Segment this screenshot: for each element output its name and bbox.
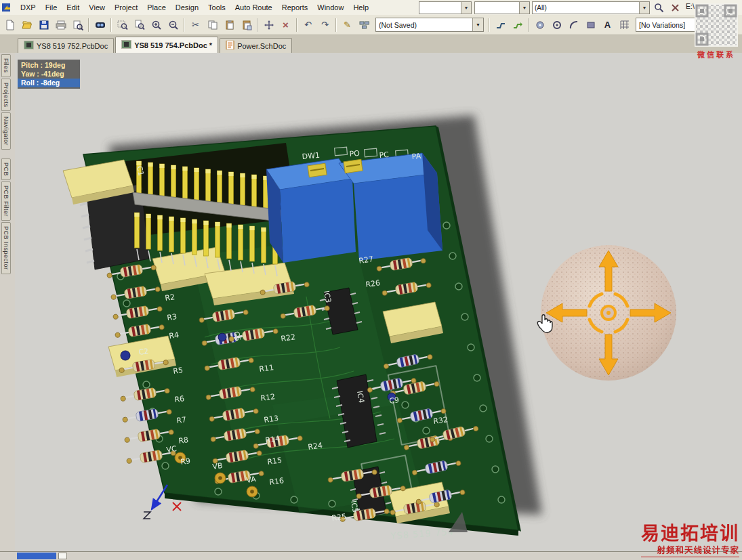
silkscreen-label: R25 [331, 512, 347, 523]
toolbar-separator [296, 18, 297, 32]
undo-icon[interactable]: ↶ [300, 17, 316, 33]
qr-caption: 微信联系 [691, 49, 741, 60]
menu-place[interactable]: Place [142, 1, 171, 14]
main-toolbar: ✂ × ↶ ↷ ✎ (Not Saved)▼ A [No Variations]… [0, 15, 742, 35]
trimpot-screw [308, 163, 327, 177]
sidebar-tab-navigator[interactable]: Navigator [1, 112, 11, 150]
route-icon[interactable] [492, 17, 509, 33]
silkscreen-label: R5 [173, 366, 184, 376]
autoroute-icon[interactable] [509, 17, 526, 33]
dxp-logo-icon [1, 2, 14, 13]
chevron-down-icon[interactable]: ▼ [472, 18, 483, 31]
pcb-3d-viewport[interactable]: Pitch : 19deg Yaw : -41deg Roll : -8deg [15, 53, 742, 552]
silkscreen-label: R8 [178, 435, 189, 446]
scope-combo-value: (All) [533, 4, 639, 12]
sidebar-gap [0, 150, 15, 157]
doc-state-value: (Not Saved) [376, 21, 472, 29]
cut-icon[interactable]: ✂ [187, 17, 204, 33]
sidebar-tab-pcb-inspector[interactable]: PCB Inspector [1, 222, 11, 274]
chevron-down-icon[interactable]: ▼ [461, 2, 471, 14]
zoom-window-icon[interactable] [114, 17, 131, 33]
watermark-title: 易迪拓培训 [641, 524, 739, 543]
place-fill-icon[interactable] [582, 17, 599, 33]
scope-combo[interactable]: (All)▼ [532, 1, 650, 14]
pitch-readout: Pitch : 19deg [18, 61, 80, 70]
browse-icon[interactable] [91, 17, 108, 33]
menu-tools[interactable]: Tools [203, 1, 230, 14]
open-document-icon[interactable] [18, 17, 35, 33]
menu-file[interactable]: File [41, 1, 62, 14]
doc-tab-ys8-519-752[interactable]: YS8 519 752.PcbDoc [18, 38, 114, 53]
status-bar [0, 551, 742, 560]
filter-combo-2[interactable]: ▼ [474, 1, 530, 14]
toolbar-separator [110, 18, 112, 32]
menu-auto-route[interactable]: Auto Route [230, 1, 277, 14]
search-icon[interactable] [652, 1, 665, 14]
place-arc-icon[interactable] [565, 17, 582, 33]
watermark-subtitle: 射频和天线设计专家 [641, 543, 739, 557]
sidebar-tab-pcb-filter[interactable]: PCB Filter [1, 181, 11, 221]
doc-tab-label: YS8 519 754.PcbDoc * [134, 41, 212, 49]
menu-design[interactable]: Design [171, 1, 203, 14]
sidebar-tab-files[interactable]: Files [1, 54, 11, 77]
pcbdoc-icon [24, 41, 34, 51]
cross-probe-icon[interactable]: × [277, 17, 294, 33]
silkscreen-label: R7 [176, 415, 187, 425]
sidebar-tab-pcb[interactable]: PCB [1, 158, 11, 180]
chevron-down-icon[interactable]: ▼ [639, 2, 649, 14]
silkscreen-label: C9 [389, 395, 400, 406]
menu-dxp[interactable]: DXP [16, 1, 41, 14]
zoom-document-icon[interactable] [131, 17, 148, 33]
menu-window[interactable]: Window [312, 1, 348, 14]
silkscreen-label: PC [379, 150, 390, 160]
toolbar-separator [88, 18, 89, 32]
new-document-icon[interactable] [1, 17, 18, 33]
menu-project[interactable]: Project [110, 1, 142, 14]
print-preview-icon[interactable] [69, 17, 86, 33]
orbit-control[interactable] [541, 245, 676, 381]
interactive-edit-icon[interactable]: ✎ [339, 17, 356, 33]
clear-filter-icon[interactable] [668, 1, 682, 14]
menu-reports[interactable]: Reports [277, 1, 313, 14]
menu-bar: DXP File Edit View Project Place Design … [0, 0, 742, 16]
place-via-icon[interactable] [548, 17, 565, 33]
toolbar-separator [257, 18, 258, 32]
silkscreen-label: VA [246, 475, 257, 485]
toolbar-separator [184, 18, 185, 32]
grid-settings-icon[interactable] [616, 17, 633, 33]
silkscreen-label: R4 [169, 330, 180, 341]
chevron-down-icon[interactable]: ▼ [519, 2, 529, 14]
paste-array-icon[interactable] [238, 17, 255, 33]
print-icon[interactable] [52, 17, 69, 33]
union-icon[interactable] [356, 17, 373, 33]
place-pad-icon[interactable] [531, 17, 548, 33]
silkscreen-label: R2 [165, 293, 176, 303]
altium-window: DXP File Edit View Project Place Design … [0, 0, 742, 560]
silkscreen-label: R6 [174, 394, 185, 404]
pcbdoc-icon [121, 40, 131, 50]
variations-value: [No Variations] [636, 21, 700, 29]
move-icon[interactable] [260, 17, 277, 33]
status-box[interactable] [58, 553, 67, 559]
status-panel-handle[interactable] [17, 553, 56, 559]
silkscreen-label: C2 [138, 347, 149, 357]
doc-tab-ys8-519-754[interactable]: YS8 519 754.PcbDoc * [115, 37, 218, 53]
wechat-qr-block: 微信联系 [691, 3, 741, 60]
save-icon[interactable] [35, 17, 52, 33]
menu-view[interactable]: View [84, 1, 110, 14]
copy-icon[interactable] [204, 17, 221, 33]
zoom-in-icon[interactable] [148, 17, 165, 33]
zoom-out-icon[interactable] [165, 17, 182, 33]
doc-state-combo[interactable]: (Not Saved)▼ [375, 18, 484, 32]
menu-help[interactable]: Help [348, 1, 373, 14]
paste-icon[interactable] [221, 17, 238, 33]
place-string-icon[interactable]: A [599, 17, 616, 33]
silkscreen-label: PO [349, 149, 360, 158]
board-id-label: YS8 519 754 [390, 527, 454, 542]
sidebar-tab-projects[interactable]: Projects [1, 79, 11, 112]
menu-edit[interactable]: Edit [62, 1, 84, 14]
doc-tab-power-schdoc[interactable]: Power.SchDoc [220, 38, 292, 53]
redo-icon[interactable]: ↷ [316, 17, 333, 33]
pcb-3d-scene[interactable]: DW1 PO PC PA C1 R27 R26 IC3 R2 R3 R4 C5 … [15, 53, 742, 552]
filter-combo-1[interactable]: ▼ [419, 1, 472, 14]
